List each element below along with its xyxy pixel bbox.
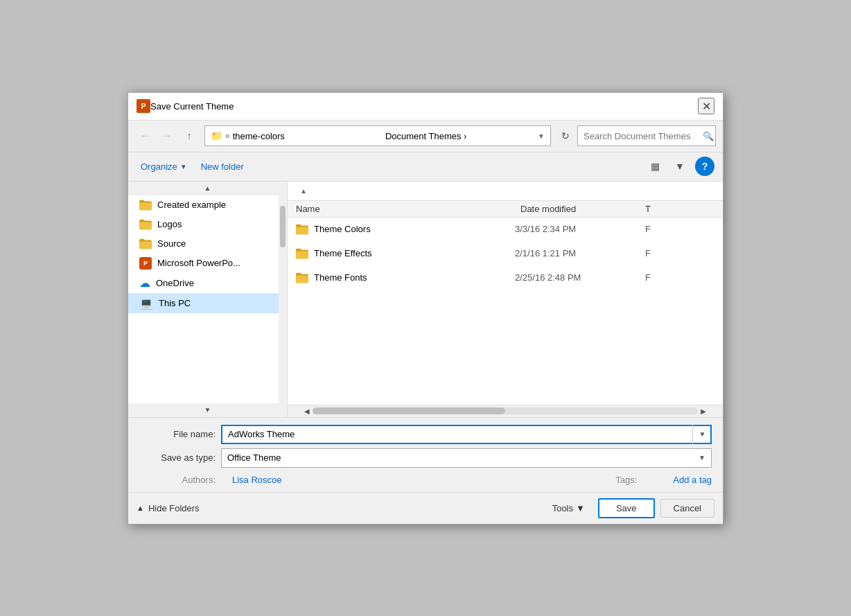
up-icon: ↑ <box>187 130 192 141</box>
bottom-bar: ▲ Hide Folders Tools ▼ Save Cancel <box>128 492 723 524</box>
col-date-header[interactable]: Date modified <box>520 204 645 214</box>
refresh-button[interactable]: ↻ <box>556 127 574 145</box>
file-row-theme-colors[interactable]: Theme Colors 3/3/16 2:34 PM F <box>288 218 723 242</box>
sidebar-item-pc-label: This PC <box>159 298 191 308</box>
file-row-date-0: 3/3/16 2:34 PM <box>515 224 640 234</box>
filename-label: File name: <box>139 429 216 439</box>
view-icon: ▦ <box>651 161 660 172</box>
app-icon: P <box>137 99 150 113</box>
h-scrollbar-thumb[interactable] <box>313 407 505 414</box>
ppt-icon: P <box>139 257 152 270</box>
sidebar-item-source[interactable]: Source <box>128 234 287 254</box>
sidebar-scrollbar-thumb[interactable] <box>280 206 286 247</box>
file-row-theme-effects[interactable]: Theme Effects 2/1/16 1:21 PM F <box>288 242 723 266</box>
savetype-select-wrapper: Office Theme ▼ <box>221 448 712 468</box>
h-scroll-right[interactable]: ▶ <box>698 407 709 415</box>
save-button[interactable]: Save <box>598 498 655 518</box>
file-row-type-2: F <box>645 272 714 283</box>
h-scrollbar: ◀ ▶ <box>288 405 723 417</box>
sidebar-item-created-example[interactable]: Created example <box>128 195 287 215</box>
dialog-title: Save Current Theme <box>150 101 698 112</box>
sidebar-item-ppt-label: Microsoft PowerPo... <box>157 258 240 268</box>
sidebar-scrollbar <box>279 195 287 403</box>
new-folder-button[interactable]: New folder <box>197 159 248 175</box>
pc-icon: 💻 <box>139 297 153 310</box>
file-row-name-2: Theme Fonts <box>314 272 509 283</box>
help-label: ? <box>702 161 708 172</box>
file-list: ▲ Name Date modified T Theme Colors 3/3/… <box>288 182 723 417</box>
hide-folders-button[interactable]: ▲ Hide Folders <box>137 503 200 513</box>
organize-button[interactable]: Organize ▼ <box>137 159 191 175</box>
sidebar-item-microsoft-powerpoint[interactable]: P Microsoft PowerPo... <box>128 254 287 273</box>
folder-icon <box>139 218 152 231</box>
column-headers: Name Date modified T <box>288 201 723 218</box>
organize-dropdown-icon: ▼ <box>180 163 187 170</box>
tools-label: Tools <box>552 503 573 513</box>
hide-folders-arrow: ▲ <box>137 504 144 512</box>
tags-label: Tags: <box>615 475 637 485</box>
svg-rect-1 <box>139 222 152 229</box>
file-row-name-0: Theme Colors <box>314 224 509 234</box>
cancel-button[interactable]: Cancel <box>660 499 714 518</box>
sidebar-item-this-pc[interactable]: 💻 This PC <box>128 293 287 313</box>
new-folder-label: New folder <box>201 161 244 172</box>
address-path-2: Document Themes › <box>385 131 535 141</box>
tools-button[interactable]: Tools ▼ <box>545 499 593 518</box>
col-name-header[interactable]: Name <box>296 204 520 214</box>
h-scroll-left[interactable]: ◀ <box>301 407 313 415</box>
file-row-theme-fonts[interactable]: Theme Fonts 2/25/16 2:48 PM F <box>288 266 723 290</box>
svg-rect-0 <box>139 202 152 210</box>
view-button[interactable]: ▦ <box>645 157 665 176</box>
help-button[interactable]: ? <box>695 157 714 176</box>
forward-button[interactable]: → <box>157 126 177 146</box>
sidebar-item-source-label: Source <box>157 238 186 249</box>
folder-icon <box>139 199 152 211</box>
sidebar-item-onedrive[interactable]: ☁ OneDrive <box>128 273 287 293</box>
sidebar-scroll-up[interactable]: ▲ <box>128 182 287 195</box>
file-folder-icon <box>296 272 308 284</box>
back-icon: ← <box>140 130 150 141</box>
organize-label: Organize <box>141 161 177 172</box>
savetype-label: Save as type: <box>139 452 216 463</box>
filename-input[interactable] <box>221 425 712 444</box>
search-box: 🔍 <box>577 125 716 146</box>
onedrive-icon: ☁ <box>139 276 150 290</box>
back-button[interactable]: ← <box>135 126 155 146</box>
sidebar-items: Created example Logos Source <box>128 182 287 313</box>
bottom-form: File name: ▼ Save as type: Office Theme … <box>128 417 723 492</box>
svg-rect-4 <box>296 251 308 258</box>
save-dialog: P Save Current Theme ✕ ← → ↑ 📁 « theme-c… <box>128 92 723 525</box>
actionbar: Organize ▼ New folder ▦ ▼ ? <box>128 152 723 182</box>
view-dropdown-button[interactable]: ▼ <box>670 157 690 176</box>
search-icon: 🔍 <box>703 131 714 141</box>
close-button[interactable]: ✕ <box>698 98 714 114</box>
filename-row: File name: ▼ <box>139 425 712 444</box>
sidebar: ▲ Created example Logos <box>128 182 288 417</box>
file-row-type-1: F <box>645 248 714 258</box>
titlebar: P Save Current Theme ✕ <box>128 93 723 121</box>
svg-rect-5 <box>296 275 308 283</box>
up-button[interactable]: ↑ <box>179 126 199 146</box>
navbar: ← → ↑ 📁 « theme-colors Document Themes ›… <box>128 121 723 152</box>
address-folder-icon: 📁 <box>211 130 222 141</box>
col-type-header[interactable]: T <box>645 204 714 214</box>
folder-icon <box>139 238 152 250</box>
sidebar-item-created-example-label: Created example <box>157 200 226 210</box>
savetype-select[interactable]: Office Theme <box>221 448 712 468</box>
address-bar: 📁 « theme-colors Document Themes › ▼ <box>204 125 551 146</box>
file-list-up-arrow[interactable]: ▲ <box>296 186 311 196</box>
authors-value[interactable]: Lisa Roscoe <box>232 475 282 485</box>
sidebar-scroll-down[interactable]: ▼ <box>128 403 287 417</box>
tools-dropdown-icon: ▼ <box>576 503 585 513</box>
file-rows: Theme Colors 3/3/16 2:34 PM F Theme Effe… <box>288 218 723 405</box>
svg-rect-3 <box>296 227 308 234</box>
file-folder-icon <box>296 223 308 236</box>
tags-value[interactable]: Add a tag <box>673 475 712 485</box>
sidebar-item-logos[interactable]: Logos <box>128 215 287 234</box>
sidebar-item-logos-label: Logos <box>157 219 182 229</box>
search-input[interactable] <box>584 131 700 141</box>
file-list-header: ▲ <box>288 182 723 201</box>
scroll-up-icon: ▲ <box>204 184 211 192</box>
address-dropdown-icon[interactable]: ▼ <box>538 132 545 140</box>
filename-dropdown-icon[interactable]: ▼ <box>692 425 712 444</box>
